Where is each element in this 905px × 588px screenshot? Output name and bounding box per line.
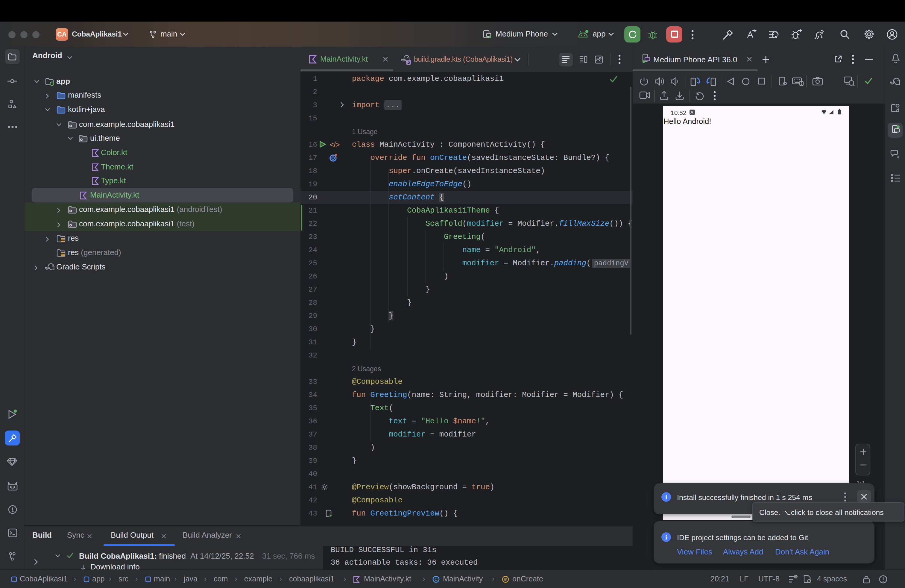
svg-text:C: C bbox=[435, 577, 438, 582]
svg-text:m: m bbox=[504, 577, 507, 582]
